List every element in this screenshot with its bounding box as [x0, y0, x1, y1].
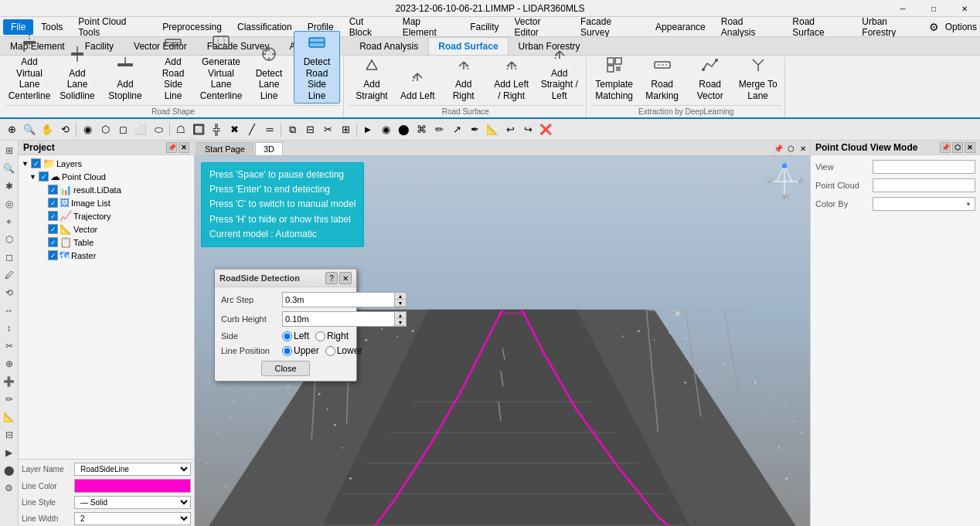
check-table[interactable]: ✓: [48, 237, 58, 247]
check-result[interactable]: ✓: [48, 185, 58, 195]
check-point-cloud[interactable]: ✓: [39, 171, 49, 182]
rotate-tool[interactable]: ⟲: [56, 121, 73, 138]
ribbon-btn-add-lane-solidline[interactable]: Add Lane Solidline: [54, 42, 100, 104]
arc-step-up[interactable]: ▲: [395, 293, 406, 300]
menu-urban-forestry[interactable]: Urban Forestry: [854, 14, 928, 40]
expand-layers[interactable]: ▼: [22, 160, 29, 168]
dialog-help-button[interactable]: ?: [325, 272, 338, 284]
left-tool-1[interactable]: ⊞: [1, 142, 18, 159]
right-panel-pin[interactable]: 📌: [940, 142, 951, 153]
left-tool-12[interactable]: ✂: [1, 338, 18, 355]
side-right-radio[interactable]: Right: [315, 331, 349, 341]
maximize-button[interactable]: □: [918, 0, 949, 17]
filled-circle-tool[interactable]: ⬤: [395, 121, 412, 138]
menu-road-analysis[interactable]: Road Analysis: [713, 14, 785, 40]
position-lower-input[interactable]: [325, 346, 335, 356]
side-left-input[interactable]: [282, 331, 292, 341]
point-tool[interactable]: ◉: [79, 121, 96, 138]
polygon-tool[interactable]: ⬡: [97, 121, 114, 138]
ribbon-btn-add-virtual-lane[interactable]: Add Virtual Lane Centerline: [6, 31, 53, 104]
menu-vector-editor[interactable]: Vector Editor: [506, 14, 573, 40]
menu-facility[interactable]: Facility: [462, 19, 506, 35]
menu-appearance[interactable]: Appearance: [648, 19, 713, 35]
tree-node-raster[interactable]: ✓ 🗺 Raster: [20, 249, 192, 262]
tree-node-point-cloud[interactable]: ▼ ✓ ☁ Point Cloud: [20, 170, 192, 183]
menu-cut-block[interactable]: Cut Block: [342, 14, 395, 40]
curb-height-up[interactable]: ▲: [395, 312, 406, 319]
left-tool-15[interactable]: ✏: [1, 391, 18, 408]
settings-icon[interactable]: ⚙: [929, 21, 939, 33]
left-tool-11[interactable]: ↕: [1, 320, 18, 337]
ribbon-btn-add-right[interactable]: Add Right: [441, 53, 487, 104]
project-pin[interactable]: 📌: [166, 142, 177, 153]
dialog-close-btn[interactable]: Close: [261, 361, 309, 376]
ribbon-btn-add-straight-left[interactable]: Add Straight / Left: [536, 42, 583, 104]
play-tool[interactable]: ►: [359, 121, 376, 138]
zoom-tool[interactable]: 🔍: [21, 121, 38, 138]
expand-point-cloud[interactable]: ▼: [29, 173, 37, 181]
viewport-tab-start[interactable]: Start Page: [196, 142, 254, 155]
cancel-tool[interactable]: ❌: [537, 121, 554, 138]
project-collapse[interactable]: ✕: [179, 142, 189, 153]
dialog-titlebar[interactable]: RoadSide Detection ? ✕: [215, 270, 356, 287]
measure-tool[interactable]: ☖: [172, 121, 189, 138]
edit-tool[interactable]: ✏: [430, 121, 447, 138]
tree-node-table[interactable]: ✓ 📋 Table: [20, 236, 192, 249]
ribbon-btn-detect-lane-line[interactable]: Detect Lane Line: [246, 42, 292, 104]
left-tool-16[interactable]: 📐: [1, 409, 18, 426]
left-tool-19[interactable]: ⬤: [1, 462, 18, 479]
dialog-close-button[interactable]: ✕: [339, 272, 352, 284]
left-tool-10[interactable]: ↔: [1, 302, 18, 319]
left-tool-4[interactable]: ◎: [1, 195, 18, 212]
left-tool-13[interactable]: ⊕: [1, 355, 18, 372]
menu-facade-survey[interactable]: Facade Survey: [573, 14, 648, 40]
side-left-radio[interactable]: Left: [282, 331, 309, 341]
ribbon-btn-detect-road-side-line[interactable]: Detect Road Side Line: [294, 31, 340, 104]
line-style-select[interactable]: — Solid -- Dashed .. Dotted: [74, 496, 191, 509]
tree-node-layers[interactable]: ▼ ✓ 📁 Layers: [20, 157, 192, 170]
ribbon-btn-generate-virtual-lane[interactable]: Generate Virtual Lane Centerline: [198, 31, 244, 104]
position-lower-radio[interactable]: Lower: [325, 345, 362, 356]
left-tool-5[interactable]: ⌖: [1, 213, 18, 230]
undo-tool[interactable]: ↩: [502, 121, 519, 138]
ribbon-btn-add-left[interactable]: Add Left: [396, 65, 439, 104]
grid-tool[interactable]: 🔲: [190, 121, 207, 138]
check-raster[interactable]: ✓: [48, 250, 58, 260]
curb-height-input[interactable]: [283, 312, 394, 326]
tree-node-vector[interactable]: ✓ 📐 Vector: [20, 222, 192, 236]
minus-tool[interactable]: ⊟: [301, 121, 318, 138]
ribbon-btn-merge-to-lane[interactable]: Merge To Lane: [735, 53, 781, 104]
left-tool-20[interactable]: ⚙: [1, 480, 18, 497]
options-label[interactable]: Options: [945, 22, 977, 32]
right-panel-float[interactable]: ⬡: [952, 142, 963, 153]
position-upper-radio[interactable]: Upper: [282, 345, 319, 356]
menu-road-surface[interactable]: Road Surface: [784, 14, 854, 40]
select-tool[interactable]: ⊕: [3, 121, 20, 138]
line-width-select[interactable]: 2 1 3: [74, 512, 191, 525]
arrow-tool[interactable]: ↗: [448, 121, 465, 138]
tree-node-trajectory[interactable]: ✓ 📈 Trajectory: [20, 209, 192, 222]
side-right-input[interactable]: [315, 331, 325, 341]
viewport-close[interactable]: ✕: [798, 144, 808, 154]
check-trajectory[interactable]: ✓: [48, 211, 58, 221]
hline-tool[interactable]: ═: [261, 121, 278, 138]
point-cloud-value[interactable]: [873, 178, 975, 192]
viewport-pin[interactable]: 📌: [773, 144, 784, 154]
left-tool-6[interactable]: ⬡: [1, 231, 18, 248]
tree-node-image-list[interactable]: ✓ 🖼 Image List: [20, 196, 192, 209]
circle-tool[interactable]: ◉: [377, 121, 394, 138]
left-tool-17[interactable]: ⊟: [1, 426, 18, 443]
close-button[interactable]: ✕: [949, 0, 980, 17]
rect-select-tool[interactable]: ⬜: [132, 121, 149, 138]
left-tool-7[interactable]: ◻: [1, 249, 18, 266]
menu-map-element[interactable]: Map Element: [395, 14, 462, 40]
x-tool[interactable]: ✖: [226, 121, 243, 138]
left-tool-3[interactable]: ✱: [1, 178, 18, 195]
position-upper-input[interactable]: [282, 346, 292, 356]
left-tool-18[interactable]: ▶: [1, 444, 18, 461]
viewport-tab-3d[interactable]: 3D: [255, 142, 283, 155]
ribbon-btn-add-straight[interactable]: Add Straight: [349, 53, 395, 104]
ribbon-btn-road-vector[interactable]: Road Vector: [687, 53, 733, 104]
left-tool-9[interactable]: ⟲: [1, 284, 18, 301]
ribbon-btn-add-road-side-line[interactable]: Add Road Side Line: [150, 31, 196, 104]
